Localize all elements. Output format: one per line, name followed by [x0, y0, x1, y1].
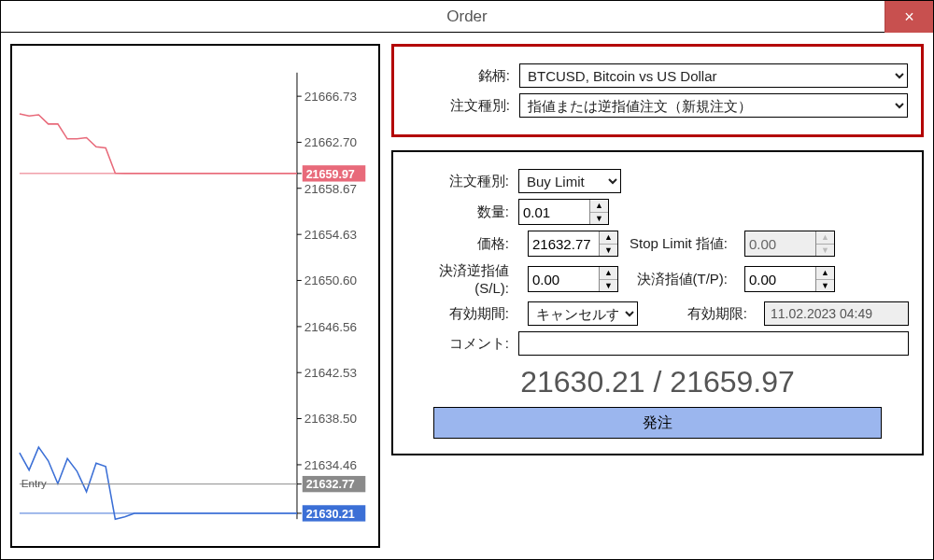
form-panel: 銘柄: BTCUSD, Bitcoin vs US Dollar 注文種別: 指… [391, 44, 924, 548]
down-icon[interactable]: ▼ [600, 245, 617, 257]
up-icon[interactable]: ▲ [816, 267, 834, 280]
volume-label: 数量: [406, 203, 518, 221]
symbol-select[interactable]: BTCUSD, Bitcoin vs US Dollar [519, 63, 908, 88]
close-button[interactable]: × [884, 1, 933, 33]
svg-text:21658.67: 21658.67 [304, 182, 357, 196]
sl-label: 決済逆指値(S/L): [406, 262, 518, 296]
symbol-label: 銘柄: [407, 67, 519, 85]
stoplimit-label: Stop Limit 指値: [628, 235, 735, 253]
expiry-type-select[interactable]: キャンセルするまで [528, 301, 638, 326]
quote-display: 21630.21 / 21659.97 [406, 365, 909, 399]
tp-label: 決済指値(T/P): [628, 271, 735, 288]
svg-text:21659.97: 21659.97 [306, 168, 355, 181]
window-title: Order [446, 7, 487, 26]
tp-spinner[interactable]: ▲▼ [744, 266, 835, 292]
price-input[interactable] [529, 231, 599, 256]
expiry-label: 有効期限: [647, 305, 755, 323]
chart-panel: 21666.7321662.7021659.9721658.6721654.63… [10, 44, 380, 548]
expiry-date: 11.02.2023 04:49 [764, 301, 909, 326]
volume-spinner[interactable]: ▲▼ [518, 199, 609, 225]
ordertype-select[interactable]: 指値または逆指値注文（新規注文） [519, 93, 908, 118]
svg-text:21642.53: 21642.53 [304, 366, 357, 380]
bid-price: 21630.21 [520, 365, 644, 399]
sl-input[interactable] [529, 267, 599, 291]
subtype-select[interactable]: Buy Limit [518, 169, 621, 193]
up-icon: ▲ [816, 231, 834, 245]
comment-label: コメント: [406, 335, 518, 353]
order-details-box: 注文種別: Buy Limit 数量: ▲▼ 価格: ▲▼ Stop Limit… [391, 150, 924, 455]
svg-text:21630.21: 21630.21 [306, 508, 355, 521]
body: 21666.7321662.7021659.9721658.6721654.63… [1, 33, 933, 559]
close-icon: × [904, 7, 914, 27]
svg-text:21638.50: 21638.50 [304, 412, 357, 426]
symbol-box: 銘柄: BTCUSD, Bitcoin vs US Dollar 注文種別: 指… [391, 44, 924, 137]
subtype-label: 注文種別: [406, 173, 518, 190]
svg-text:21646.56: 21646.56 [304, 320, 357, 334]
order-window: Order × 21666.7321662.7021659.9721658.67… [0, 0, 934, 560]
svg-text:21650.60: 21650.60 [304, 273, 357, 287]
svg-text:Entry: Entry [21, 478, 47, 489]
svg-text:21666.73: 21666.73 [304, 90, 357, 104]
up-icon[interactable]: ▲ [600, 267, 617, 280]
titlebar: Order × [1, 1, 933, 33]
submit-button[interactable]: 発注 [433, 407, 882, 439]
ask-price: 21659.97 [670, 365, 794, 399]
svg-text:21662.70: 21662.70 [304, 135, 357, 149]
stoplimit-spinner: ▲▼ [744, 231, 835, 257]
down-icon: ▼ [816, 245, 834, 257]
down-icon[interactable]: ▼ [600, 280, 617, 292]
expiry-type-label: 有効期間: [406, 305, 518, 323]
comment-input[interactable] [518, 331, 909, 356]
down-icon[interactable]: ▼ [590, 213, 608, 225]
svg-text:21654.63: 21654.63 [304, 228, 357, 242]
price-spinner[interactable]: ▲▼ [528, 231, 618, 257]
svg-text:21632.77: 21632.77 [306, 478, 355, 491]
up-icon[interactable]: ▲ [590, 200, 608, 213]
ordertype-label: 注文種別: [407, 97, 519, 115]
down-icon[interactable]: ▼ [816, 280, 834, 292]
sl-spinner[interactable]: ▲▼ [528, 266, 618, 292]
tp-input[interactable] [745, 267, 815, 291]
stoplimit-input [745, 231, 815, 256]
volume-input[interactable] [519, 200, 589, 224]
up-icon[interactable]: ▲ [600, 231, 617, 245]
svg-text:21634.46: 21634.46 [304, 458, 357, 472]
price-chart: 21666.7321662.7021659.9721658.6721654.63… [18, 51, 373, 540]
price-label: 価格: [406, 235, 518, 253]
